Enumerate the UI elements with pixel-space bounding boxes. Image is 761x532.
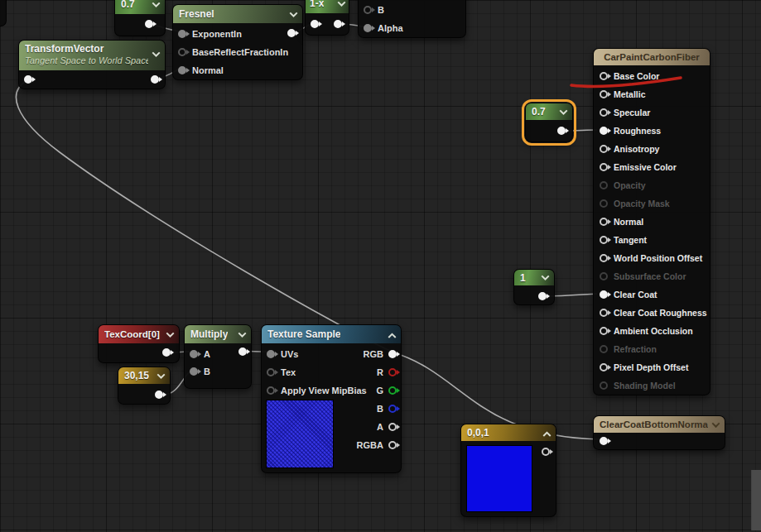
pin-label: BaseReflectFractionIn (192, 47, 288, 57)
output-pin-b[interactable] (388, 405, 397, 413)
node-title: Texture Sample (267, 328, 340, 340)
node-title: 1 (520, 272, 526, 284)
node-constant-001[interactable]: 0,0,1 (460, 424, 556, 517)
node-title: 1-x (310, 0, 324, 9)
output-pin[interactable] (151, 75, 159, 84)
node-header[interactable]: 0.7 (115, 0, 165, 14)
pin-label: B (378, 5, 384, 15)
node-clearcoatbottomnormal[interactable]: ClearCoatBottomNormal (593, 415, 725, 450)
input-pin-b[interactable] (364, 6, 372, 14)
node-header[interactable]: TexCoord[0] (99, 325, 179, 343)
input-pin-alpha[interactable] (364, 24, 372, 32)
pin-clear-coat-roughness[interactable] (600, 309, 608, 317)
input-pin-normal[interactable] (178, 66, 186, 74)
output-pin-g[interactable] (388, 386, 397, 395)
pin-roughness[interactable] (600, 127, 608, 135)
input-pin-a[interactable] (190, 350, 198, 358)
node-header[interactable]: Fresnel (173, 5, 302, 23)
chevron-down-icon[interactable] (338, 0, 346, 7)
output-pin[interactable] (557, 127, 566, 135)
offscreen-node-fragment (0, 0, 7, 26)
chevron-up-icon[interactable] (388, 333, 397, 341)
pin-metallic[interactable] (600, 90, 608, 98)
input-pin-uvs[interactable] (267, 350, 275, 358)
pin-emissive-color[interactable] (600, 163, 608, 171)
pin-world-position-offset[interactable] (600, 254, 608, 262)
output-pin-rgb[interactable] (388, 350, 397, 358)
node-header[interactable]: CarPaintCarbonFiber (594, 49, 710, 65)
pin-specular[interactable] (600, 108, 608, 117)
pin-label: ExponentIn (192, 29, 242, 39)
node-title: 0.7 (532, 106, 546, 117)
node-header[interactable]: ClearCoatBottomNormal (594, 416, 725, 433)
pin-clear-coat[interactable] (600, 290, 608, 299)
texture-preview (266, 400, 334, 468)
output-pin[interactable] (287, 29, 296, 37)
node-title: Fresnel (179, 8, 214, 20)
output-pin[interactable] (162, 348, 171, 357)
node-header[interactable]: 0,0,1 (461, 424, 556, 441)
node-header[interactable]: 30,15 (118, 367, 170, 384)
input-pin[interactable] (311, 20, 319, 28)
pin-subsurface-color (600, 272, 608, 280)
output-pin[interactable] (145, 20, 153, 28)
node-header[interactable]: Multiply (185, 325, 251, 343)
output-pin[interactable] (538, 292, 547, 300)
pin-base-color[interactable] (600, 72, 608, 80)
chevron-down-icon[interactable] (712, 419, 720, 428)
node-multiply[interactable]: Multiply A B (184, 324, 252, 389)
input-pin[interactable] (600, 437, 608, 445)
pin-opacity (600, 181, 608, 189)
node-lerp-fragment[interactable]: B Alpha (358, 0, 466, 38)
node-constant-3015[interactable]: 30,15 (118, 367, 171, 405)
chevron-down-icon[interactable] (152, 49, 161, 57)
pin-tangent[interactable] (600, 236, 608, 244)
output-pin-rgba[interactable] (388, 441, 397, 449)
node-header[interactable]: TransformVector Tangent Space to World S… (19, 41, 165, 70)
input-pin-tex[interactable] (267, 368, 275, 376)
node-texcoord[interactable]: TexCoord[0] (98, 324, 180, 363)
chevron-down-icon[interactable] (542, 272, 550, 280)
node-header[interactable]: 0.7 (526, 103, 572, 120)
chevron-down-icon[interactable] (157, 371, 166, 379)
watermark-letter: M (744, 453, 761, 532)
pin-opacity-mask (600, 199, 608, 208)
node-header[interactable]: Texture Sample (262, 325, 401, 343)
chevron-down-icon[interactable] (238, 329, 247, 338)
output-pin[interactable] (155, 391, 163, 399)
node-constant-07-top[interactable]: 0.7 (114, 0, 166, 36)
chevron-down-icon[interactable] (290, 9, 298, 17)
node-title: 30,15 (124, 370, 149, 381)
output-pin-r[interactable] (388, 368, 397, 376)
input-pin-apply-view-mipbias[interactable] (267, 386, 275, 395)
chevron-down-icon[interactable] (152, 0, 161, 7)
node-transformvector[interactable]: TransformVector Tangent Space to World S… (18, 40, 166, 89)
node-constant-1[interactable]: 1 (513, 269, 555, 305)
pin-shading-model (600, 381, 608, 390)
output-pin[interactable] (542, 448, 550, 456)
input-pin-basereflectfractionin[interactable] (178, 48, 186, 56)
pin-anisotropy[interactable] (600, 145, 608, 153)
input-pin-exponentin[interactable] (178, 30, 186, 38)
node-fresnel[interactable]: Fresnel ExponentIn BaseReflectFractionIn… (172, 4, 303, 80)
output-pin[interactable] (238, 347, 247, 356)
pin-normal[interactable] (600, 218, 608, 226)
node-carpaintcarbonfiber[interactable]: CarPaintCarbonFiber Base Color Metallic … (593, 48, 710, 395)
chevron-down-icon[interactable] (166, 329, 175, 338)
pin-pixel-depth-offset[interactable] (600, 363, 608, 371)
pin-ambient-occlusion[interactable] (600, 327, 608, 335)
input-pin[interactable] (24, 75, 32, 84)
chevron-down-icon[interactable] (560, 107, 568, 115)
output-pin[interactable] (334, 20, 342, 28)
input-pin-b[interactable] (190, 367, 198, 376)
node-constant-07-selected[interactable]: 0.7 (525, 103, 573, 142)
wire-rgb-transformvector[interactable] (17, 80, 390, 351)
chevron-up-icon[interactable] (543, 431, 551, 439)
node-one-minus-x[interactable]: 1-x (305, 0, 349, 36)
node-texture-sample[interactable]: Texture Sample UVs Tex Apply View MipBia… (261, 324, 402, 473)
material-graph-canvas[interactable]: 0.7 Fresnel ExponentIn BaseReflectFracti… (0, 0, 761, 532)
pin-refraction (600, 345, 608, 353)
node-header[interactable]: 1 (514, 270, 554, 285)
node-header[interactable]: 1-x (306, 0, 349, 13)
output-pin-a[interactable] (388, 423, 397, 431)
